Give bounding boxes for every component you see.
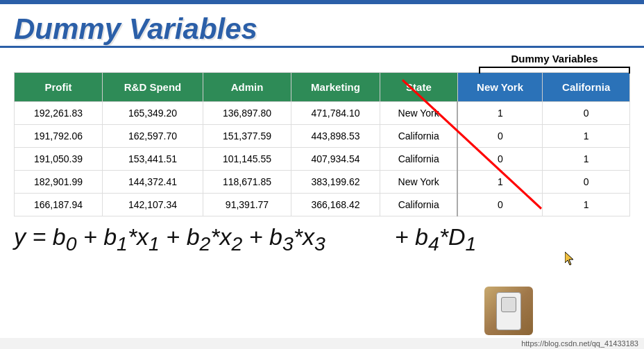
light-switch-image [484, 287, 533, 335]
col-header-state: State [380, 73, 458, 102]
switch-body [496, 292, 521, 330]
page-title: Dummy Variables [14, 12, 630, 46]
table-cell-3-4: New York [380, 171, 458, 194]
table-cell-2-1: 153,441.51 [102, 148, 203, 171]
url-text: https://blog.csdn.net/qq_41433183 [521, 339, 638, 348]
formula-right: + b4*D1 [395, 223, 477, 255]
table-cell-0-0: 192,261.83 [15, 102, 103, 125]
table-row: 182,901.99144,372.41118,671.85383,199.62… [15, 171, 630, 194]
table-cell-4-4: California [380, 194, 458, 216]
table-cell-2-3: 407,934.54 [291, 148, 380, 171]
table-cell-3-0: 182,901.99 [15, 171, 103, 194]
table-cell-4-5: 0 [457, 194, 542, 216]
table-cell-0-5: 1 [457, 102, 542, 125]
table-cell-0-4: New York [380, 102, 458, 125]
table-cell-1-1: 162,597.70 [102, 125, 203, 148]
formula-left: y = b0 + b1*x1 + b2*x2 + b3*x3 [14, 223, 325, 255]
table-row: 192,261.83165,349.20136,897.80471,784.10… [15, 102, 630, 125]
formula-section: y = b0 + b1*x1 + b2*x2 + b3*x3 + b4*D1 [0, 216, 644, 255]
table-row: 166,187.94142,107.3491,391.77366,168.42C… [15, 194, 630, 216]
table-cell-3-5: 1 [457, 171, 542, 194]
table-cell-4-3: 366,168.42 [291, 194, 380, 216]
url-bar: https://blog.csdn.net/qq_41433183 [0, 338, 644, 349]
col-header-marketing: Marketing [291, 73, 380, 102]
table-cell-4-2: 91,391.77 [203, 194, 291, 216]
table-cell-1-2: 151,377.59 [203, 125, 291, 148]
table-row: 191,050.39153,441.51101,145.55407,934.54… [15, 148, 630, 171]
table-cell-2-5: 0 [457, 148, 542, 171]
table-cell-0-1: 165,349.20 [102, 102, 203, 125]
data-table: Profit R&D Spend Admin Marketing State N… [14, 72, 630, 216]
table-cell-0-3: 471,784.10 [291, 102, 380, 125]
table-cell-4-1: 142,107.34 [102, 194, 203, 216]
table-cell-3-6: 0 [543, 171, 630, 194]
col-header-rd: R&D Spend [102, 73, 203, 102]
title-area: Dummy Variables [0, 4, 644, 51]
table-cell-1-0: 191,792.06 [15, 125, 103, 148]
col-header-profit: Profit [15, 73, 103, 102]
table-cell-2-6: 1 [543, 148, 630, 171]
top-accent-line [0, 46, 644, 48]
dummy-vars-section-label: Dummy Variables [479, 53, 630, 65]
table-cell-3-1: 144,372.41 [102, 171, 203, 194]
table-cell-1-5: 0 [457, 125, 542, 148]
col-header-newyork: New York [457, 73, 542, 102]
table-cell-4-0: 166,187.94 [15, 194, 103, 216]
table-cell-1-3: 443,898.53 [291, 125, 380, 148]
table-cell-0-2: 136,897.80 [203, 102, 291, 125]
switch-toggle [501, 297, 516, 312]
col-header-admin: Admin [203, 73, 291, 102]
table-cell-1-6: 1 [543, 125, 630, 148]
dummy-vars-bracket [479, 67, 630, 74]
table-cell-0-6: 0 [543, 102, 630, 125]
mouse-cursor [565, 252, 575, 266]
table-cell-2-2: 101,145.55 [203, 148, 291, 171]
table-cell-2-4: California [380, 148, 458, 171]
col-header-california: California [543, 73, 630, 102]
table-container: Dummy Variables Profit R&D Spend Admin M… [14, 72, 630, 216]
table-row: 191,792.06162,597.70151,377.59443,898.53… [15, 125, 630, 148]
table-cell-3-2: 118,671.85 [203, 171, 291, 194]
svg-marker-1 [565, 252, 573, 265]
table-cell-4-6: 1 [543, 194, 630, 216]
table-cell-1-4: California [380, 125, 458, 148]
table-cell-2-0: 191,050.39 [15, 148, 103, 171]
table-cell-3-3: 383,199.62 [291, 171, 380, 194]
